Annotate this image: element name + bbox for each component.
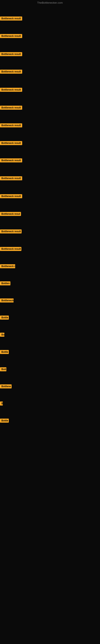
bottleneck-result-badge[interactable]: Bottle	[0, 316, 9, 320]
bottleneck-result-row: Bottle	[0, 350, 9, 355]
bottleneck-result-row: Bottleneck resul	[0, 212, 21, 217]
bottleneck-result-row: Bottle	[0, 316, 9, 320]
bottleneck-result-badge[interactable]: Bottleneck result	[0, 106, 22, 110]
bottleneck-result-row: B	[0, 402, 3, 406]
site-title: TheBottlenecker.com	[0, 0, 100, 5]
bottleneck-result-row: Bottleneck result	[0, 123, 22, 128]
bottleneck-result-badge[interactable]: Bo	[0, 333, 4, 337]
bottleneck-result-badge[interactable]: Bottleneck r	[0, 264, 15, 268]
bottleneck-result-badge[interactable]: Bottleneck result	[0, 88, 22, 92]
bottleneck-result-row: Bottleneck result	[0, 52, 22, 57]
bottleneck-result-row: Bottleneck result	[0, 34, 22, 39]
bottleneck-result-badge[interactable]: Bottleneck	[0, 298, 14, 302]
bottleneck-result-row: Bottleneck result	[0, 176, 22, 181]
bottleneck-result-row: Bottleneck r	[0, 264, 15, 269]
bottleneck-result-badge[interactable]: Bottleneck result	[0, 141, 22, 145]
bottleneck-result-badge[interactable]: Bottleneck result	[0, 230, 22, 234]
bottleneck-result-badge[interactable]: Bottleneck result	[0, 176, 22, 180]
bottleneck-result-row: Bottleneck result	[0, 141, 22, 146]
bottleneck-result-badge[interactable]: Bottleneck result	[0, 34, 22, 38]
bottleneck-result-badge[interactable]: Bottleneck result	[0, 52, 22, 56]
bottleneck-result-row: Bottlene	[0, 384, 12, 389]
bottleneck-result-row: Bottleneck result	[0, 247, 21, 252]
bottleneck-result-row: Bottleneck result	[0, 70, 22, 74]
bottleneck-result-row: Bottleneck result	[0, 194, 22, 199]
bottleneck-result-row: Bottleneck	[0, 298, 14, 303]
bottleneck-result-badge[interactable]: Bottleneck resul	[0, 212, 21, 216]
bottleneck-result-badge[interactable]: Bottle	[0, 350, 9, 354]
bottleneck-result-row: Bottle	[0, 418, 9, 424]
bottleneck-result-row: Bottleneck result	[0, 88, 22, 92]
bottleneck-result-badge[interactable]: Bottleneck result	[0, 70, 22, 74]
bottleneck-result-badge[interactable]: Bottleneck result	[0, 123, 22, 128]
bottleneck-result-row: Bo	[0, 333, 4, 338]
bottleneck-result-row: Bottleneck result	[0, 16, 22, 21]
bottleneck-result-row: Bottleneck result	[0, 106, 22, 110]
bottleneck-result-badge[interactable]: Bottlen	[0, 281, 10, 285]
bottleneck-result-badge[interactable]: Bottleneck result	[0, 16, 22, 20]
bottleneck-result-badge[interactable]: Bottle	[0, 418, 9, 422]
bottleneck-result-badge[interactable]: Bottleneck result	[0, 194, 22, 198]
bottleneck-result-badge[interactable]: Bottlene	[0, 384, 12, 388]
bottleneck-result-row: Bottlen	[0, 281, 10, 286]
bottleneck-result-badge[interactable]: B	[0, 402, 3, 406]
bottleneck-result-row: Bottleneck result	[0, 230, 22, 234]
bottleneck-result-badge[interactable]: Bottleneck result	[0, 158, 22, 162]
bottleneck-result-badge[interactable]: Bottleneck result	[0, 247, 21, 251]
bottleneck-result-row: Bottleneck result	[0, 158, 22, 163]
bottleneck-result-row: Bott	[0, 367, 6, 372]
bottleneck-result-badge[interactable]: Bott	[0, 367, 6, 371]
